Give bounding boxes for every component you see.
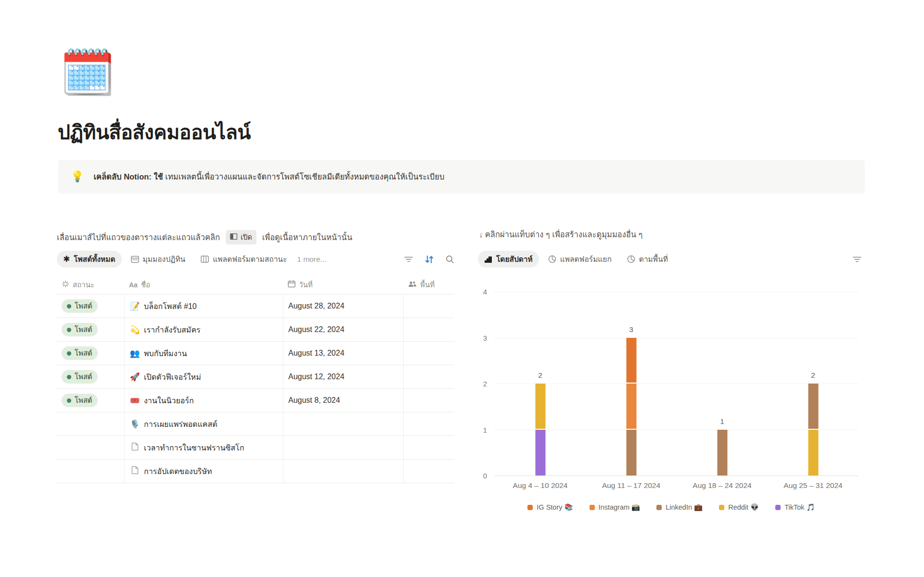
area-cell[interactable] xyxy=(403,295,454,318)
table-row-7[interactable]: การอัปเดตของบริษัท xyxy=(57,460,454,483)
page-title: ปฏิทินสื่อสังคมออนไลน์ xyxy=(58,116,251,148)
status-cell[interactable] xyxy=(57,412,124,436)
x-axis-label: Aug 18 – 24 2024 xyxy=(693,481,751,490)
legend-item[interactable]: Reddit 👽 xyxy=(719,503,759,512)
status-dot-icon xyxy=(67,398,71,403)
right-tab-1[interactable]: แพลตฟอร์มแยก xyxy=(542,251,618,268)
y-axis-tick: 1 xyxy=(468,425,487,434)
area-cell[interactable] xyxy=(403,412,454,436)
area-cell[interactable] xyxy=(403,389,454,412)
date-cell[interactable] xyxy=(283,436,403,459)
bar-segment-linkedin[interactable] xyxy=(626,430,636,476)
open-button[interactable]: เปิด xyxy=(226,230,257,244)
bar-total-label: 3 xyxy=(629,325,633,334)
pie-chart-icon xyxy=(627,255,635,263)
column-header[interactable]: Aaชื่อ xyxy=(124,275,283,294)
status-cell[interactable]: โพสต์ xyxy=(57,365,124,388)
board-view-icon xyxy=(201,255,209,263)
bar-segment-reddit[interactable] xyxy=(808,430,818,476)
table-row-6[interactable]: เวลาทำการในซานฟรานซิสโก xyxy=(57,436,454,460)
area-cell[interactable] xyxy=(403,436,454,459)
name-cell[interactable]: 💫เรากำลังรับสมัคร xyxy=(124,318,283,341)
table-row-5[interactable]: 🎙️การเผยแพร่พอดแคสต์ xyxy=(57,412,454,436)
name-cell[interactable]: 📝บล็อกโพสต์ #10 xyxy=(124,295,283,318)
row-emoji-icon: 🎙️ xyxy=(129,419,140,429)
bar-segment-linkedin[interactable] xyxy=(717,430,727,476)
page-calendar-icon[interactable]: 🗓️ xyxy=(60,50,115,94)
status-badge: โพสต์ xyxy=(62,299,98,313)
lightbulb-icon: 💡 xyxy=(71,170,84,183)
filter-icon[interactable] xyxy=(404,256,413,263)
area-cell[interactable] xyxy=(403,318,454,341)
weekly-stacked-bar-chart: 012342Aug 4 – 10 20243Aug 11 – 17 20241A… xyxy=(481,288,861,528)
bar-segment-instagram[interactable] xyxy=(626,384,636,429)
name-cell[interactable]: 🎙️การเผยแพร่พอดแคสต์ xyxy=(124,412,283,436)
notion-tip-callout: 💡 เคล็ดลับ Notion: ใช้ เทมเพลตนี้เพื่อวา… xyxy=(58,160,865,193)
column-header[interactable]: สถานะ xyxy=(57,275,124,294)
search-icon[interactable] xyxy=(446,255,454,264)
legend-swatch-icon xyxy=(775,505,781,510)
area-cell[interactable] xyxy=(403,460,454,483)
column-header[interactable]: พื้นที่ xyxy=(403,275,454,294)
date-cell[interactable]: August 22, 2024 xyxy=(283,318,403,341)
name-cell[interactable]: 🎟️งานในนิวยอร์ก xyxy=(124,389,283,412)
name-cell[interactable]: การอัปเดตของบริษัท xyxy=(124,460,283,483)
status-cell[interactable]: โพสต์ xyxy=(57,389,124,412)
bar-segment-linkedin[interactable] xyxy=(808,384,818,429)
x-axis-label: Aug 25 – 31 2024 xyxy=(783,481,842,490)
left-tab-1[interactable]: มุมมองปฏิทิน xyxy=(125,251,192,268)
status-badge: โพสต์ xyxy=(62,394,98,407)
status-cell[interactable]: โพสต์ xyxy=(57,318,124,341)
date-cell[interactable]: August 12, 2024 xyxy=(283,365,403,388)
date-cell[interactable]: August 13, 2024 xyxy=(283,342,403,365)
filter-icon[interactable] xyxy=(853,256,861,263)
bar-total-label: 2 xyxy=(538,371,542,380)
more-views-button[interactable]: 1 more... xyxy=(293,255,330,264)
gridline-2 xyxy=(495,384,859,384)
status-dot-icon xyxy=(67,328,71,332)
table-row-0[interactable]: โพสต์📝บล็อกโพสต์ #10August 28, 2024 xyxy=(57,295,454,318)
status-cell[interactable] xyxy=(57,460,124,483)
left-tab-0[interactable]: ✱โพสต์ทั้งหมด xyxy=(57,251,122,268)
name-cell[interactable]: 🚀เปิดตัวฟีเจอร์ใหม่ xyxy=(124,365,283,388)
legend-item[interactable]: IG Story 📚 xyxy=(527,503,573,512)
table-row-1[interactable]: โพสต์💫เรากำลังรับสมัครAugust 22, 2024 xyxy=(57,318,454,342)
bar-segment-tiktok[interactable] xyxy=(535,430,545,476)
gridline-1 xyxy=(495,430,859,430)
bar-segment-igstory[interactable] xyxy=(626,338,636,383)
status-cell[interactable] xyxy=(57,436,124,459)
bar-segment-reddit[interactable] xyxy=(535,384,545,429)
chart-instruction: ↓ คลิกผ่านแท็บต่าง ๆ เพื่อสร้างและดูมุมม… xyxy=(479,228,642,241)
name-cell[interactable]: เวลาทำการในซานฟรานซิสโก xyxy=(124,436,283,459)
column-header[interactable]: วันที่ xyxy=(283,275,403,294)
date-cell[interactable] xyxy=(283,460,403,483)
legend-swatch-icon xyxy=(719,505,724,510)
row-emoji-icon: 🚀 xyxy=(129,372,140,382)
legend-item[interactable]: TikTok 🎵 xyxy=(775,503,815,512)
table-row-2[interactable]: โพสต์👥พบกับทีมงานAugust 13, 2024 xyxy=(57,342,454,365)
status-dot-icon xyxy=(67,304,71,308)
date-cell[interactable]: August 8, 2024 xyxy=(283,389,403,412)
table-row-3[interactable]: โพสต์🚀เปิดตัวฟีเจอร์ใหม่August 12, 2024 xyxy=(57,365,454,389)
sort-icon[interactable] xyxy=(424,255,434,264)
legend-item[interactable]: LinkedIn 💼 xyxy=(656,503,703,512)
right-tab-2[interactable]: ตามพื้นที่ xyxy=(621,251,674,268)
y-axis-tick: 2 xyxy=(468,380,487,388)
table-row-4[interactable]: โพสต์🎟️งานในนิวยอร์กAugust 8, 2024 xyxy=(57,389,454,412)
date-cell[interactable]: August 28, 2024 xyxy=(283,295,403,318)
left-tab-2[interactable]: แพลตฟอร์มตามสถานะ xyxy=(194,251,293,268)
legend-swatch-icon xyxy=(527,505,533,510)
date-cell[interactable] xyxy=(283,412,403,436)
status-cell[interactable]: โพสต์ xyxy=(57,342,124,365)
y-axis-tick: 4 xyxy=(468,288,487,296)
name-cell[interactable]: 👥พบกับทีมงาน xyxy=(124,342,283,365)
area-cell[interactable] xyxy=(403,365,454,388)
status-cell[interactable]: โพสต์ xyxy=(57,295,124,318)
legend-item[interactable]: Instagram 📸 xyxy=(590,503,641,512)
row-emoji-icon: 👥 xyxy=(129,348,140,359)
status-badge: โพสต์ xyxy=(62,323,98,336)
y-axis-tick: 0 xyxy=(468,472,487,480)
page-icon xyxy=(129,442,140,453)
right-tab-0[interactable]: โดยสัปดาห์ xyxy=(478,251,539,268)
area-cell[interactable] xyxy=(403,342,454,365)
